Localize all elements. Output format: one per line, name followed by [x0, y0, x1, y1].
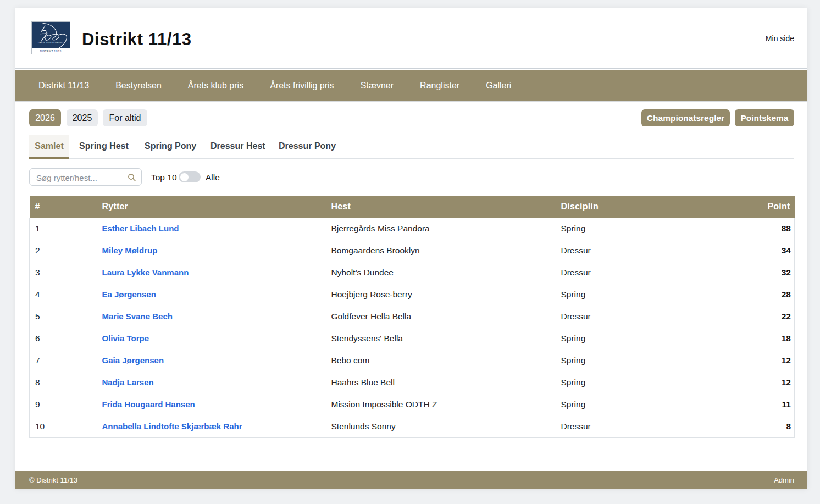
svg-text:DISTRIKT 11/13: DISTRIKT 11/13: [40, 50, 62, 53]
svg-text:DANSK RIDE FORBUND: DANSK RIDE FORBUND: [38, 42, 63, 44]
